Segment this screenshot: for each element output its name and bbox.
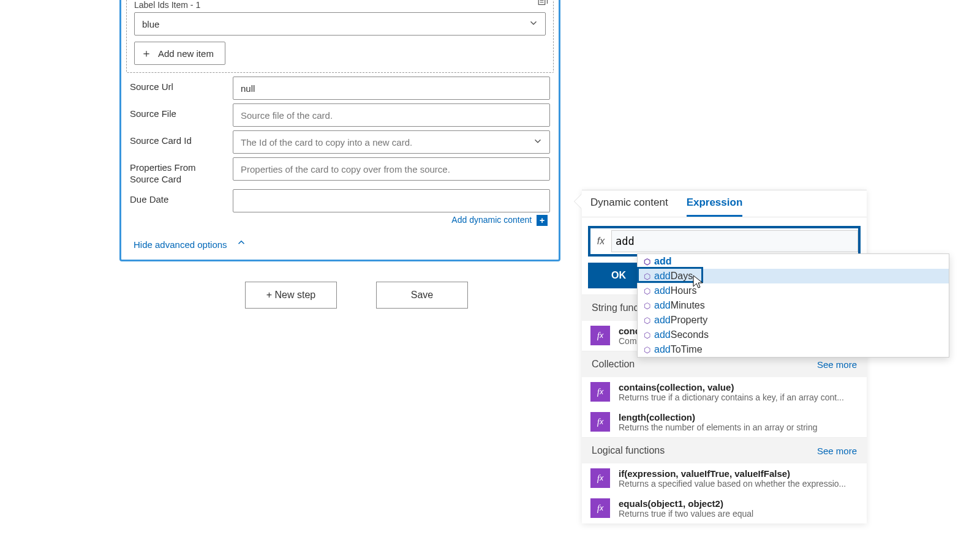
chevron-down-icon [532,136,543,149]
see-more-link[interactable]: See more [817,359,857,370]
fx-badge-icon: fx [590,498,610,518]
expression-input-wrap: fx [588,226,861,257]
source-card-id-select[interactable]: The Id of the card to copy into a new ca… [233,130,550,154]
autocomplete-item[interactable]: ⬡addHours [638,283,949,298]
array-toggle-icon[interactable] [537,0,549,9]
save-button[interactable]: Save [376,282,468,309]
props-from-source-input[interactable]: Properties of the card to copy over from… [233,157,550,181]
autocomplete-item[interactable]: ⬡addDays [638,269,949,283]
fn-if[interactable]: fx if(expression, valueIfTrue, valueIfFa… [582,463,867,493]
hide-advanced-row: Hide advanced options [121,226,559,250]
label-ids-item-select[interactable]: blue [134,12,546,36]
autocomplete-item[interactable]: ⬡addMinutes [638,298,949,313]
source-url-input[interactable]: null [233,77,550,100]
function-icon: ⬡ [644,331,650,340]
due-date-label: Due Date [130,189,222,206]
new-step-button[interactable]: + New step [245,282,337,309]
expression-input[interactable] [611,230,858,252]
source-card-id-label: Source Card Id [130,130,222,147]
fx-icon: fx [590,236,611,247]
autocomplete-item[interactable]: ⬡addProperty [638,313,949,328]
fn-contains[interactable]: fx contains(collection, value) Returns t… [582,377,867,407]
due-date-input[interactable] [233,189,550,212]
props-from-source-label: Properties From Source Card [130,157,222,186]
function-icon: ⬡ [644,316,650,325]
expression-tabs: Dynamic content Expression [582,190,867,217]
function-icon: ⬡ [644,272,650,281]
tab-expression[interactable]: Expression [687,197,743,217]
section-logical-functions: Logical functions See more [582,437,867,463]
function-icon: ⬡ [644,345,650,354]
autocomplete-item[interactable]: ⬡add [638,254,949,269]
add-dynamic-content-row: Add dynamic content + [121,212,559,226]
chevron-down-icon [528,18,539,31]
function-icon: ⬡ [644,287,650,296]
add-dynamic-content-link[interactable]: Add dynamic content [451,215,532,225]
label-ids-group: Label Ids Item - 1 blue ＋ Add new item [126,0,554,73]
fx-badge-icon: fx [590,412,610,432]
tab-dynamic-content[interactable]: Dynamic content [590,197,668,217]
autocomplete-item[interactable]: ⬡addToTime [638,342,949,357]
label-ids-item-label: Label Ids Item - 1 [134,0,546,10]
see-more-link[interactable]: See more [817,446,857,456]
label-ids-item-value: blue [142,19,159,29]
add-new-item-label: Add new item [158,48,214,59]
hide-advanced-link[interactable]: Hide advanced options [134,239,227,250]
chevron-up-icon [236,239,247,250]
function-icon: ⬡ [644,257,650,266]
source-file-input[interactable]: Source file of the card. [233,103,550,127]
fn-equals[interactable]: fx equals(object1, object2) Returns true… [582,493,867,523]
fx-badge-icon: fx [590,468,610,488]
fx-badge-icon: fx [590,326,610,345]
action-card: Label Ids Item - 1 blue ＋ Add new item S… [119,0,560,261]
fn-length[interactable]: fx length(collection) Returns the number… [582,407,867,437]
source-file-label: Source File [130,103,222,120]
panel-arrow-icon [575,194,582,209]
source-url-label: Source Url [130,77,222,93]
autocomplete-item[interactable]: ⬡addSeconds [638,328,949,342]
add-new-item-button[interactable]: ＋ Add new item [134,42,225,65]
function-icon: ⬡ [644,301,650,310]
plus-icon: ＋ [141,46,152,61]
step-button-row: + New step Save [245,282,468,309]
add-dynamic-content-badge[interactable]: + [537,215,548,226]
autocomplete-popup: ⓘ ⬡add⬡addDays⬡addHours⬡addMinutes⬡addPr… [637,253,949,358]
fx-badge-icon: fx [590,382,610,402]
